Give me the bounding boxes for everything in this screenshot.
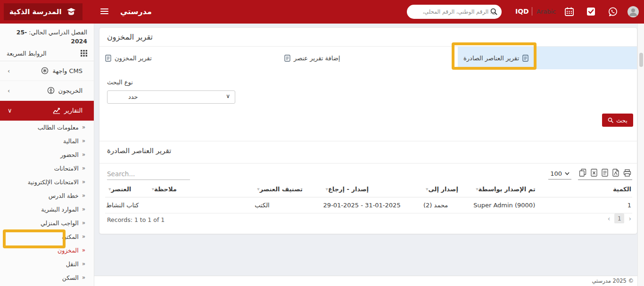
document-icon: [284, 55, 290, 62]
angle-double-icon: »: [82, 206, 85, 212]
chevron-down-icon: ∨: [226, 93, 230, 99]
sidebar-item-transport[interactable]: »النقل: [0, 257, 94, 271]
avatar[interactable]: [627, 6, 639, 17]
chevron-down-icon: ∨: [8, 107, 12, 114]
sidebar-item-cms[interactable]: واجهة CMS ‹: [0, 61, 94, 81]
cell-issued-by: Super Admin (9000): [472, 197, 572, 213]
report-tabs: تقرير المخزون إضافة تقرير عنصر تقرير الع…: [99, 47, 637, 69]
chevron-down-icon: [565, 172, 570, 175]
sidebar-item-library[interactable]: »المكتبة: [0, 230, 94, 244]
cell-item-category: الكتب: [254, 197, 322, 213]
page-size-select[interactable]: 100: [548, 169, 571, 180]
whatsapp-icon[interactable]: [608, 7, 618, 19]
select-value: حدد: [128, 93, 138, 100]
vertical-scrollbar[interactable]: [637, 24, 644, 286]
excel-icon[interactable]: [591, 169, 597, 177]
table-search-input[interactable]: [107, 168, 190, 180]
graduates-icon: [47, 87, 55, 94]
page-title: تقرير المخزون: [107, 33, 153, 41]
sidebar-item-homework[interactable]: »الواجب المنزلي: [0, 216, 94, 230]
sidebar-item-online-exams[interactable]: »الامتحانات الإلكترونية: [0, 175, 94, 189]
copyright-text: © 2025 مدرستي: [592, 278, 634, 284]
pdf-icon[interactable]: [612, 169, 619, 177]
angle-double-icon: »: [82, 220, 85, 226]
scrollbar-thumb[interactable]: [639, 53, 643, 67]
csv-icon[interactable]: [602, 169, 608, 177]
app-title: مدرستي: [120, 7, 152, 16]
sidebar-item-reports[interactable]: التقارير ∨: [0, 101, 94, 121]
table-row[interactable]: كتاب النشاط الكتب 29-01-2025 - 31-01-202…: [105, 197, 632, 213]
inventory-report-card: تقرير المخزون تقرير المخزون إضافة تقرير …: [99, 27, 637, 234]
page-number[interactable]: 1: [614, 213, 624, 223]
column-header-issued-to[interactable]: إصدار إلى▼: [422, 181, 472, 197]
sidebar-item-hr[interactable]: »الموارد البشرية: [0, 203, 94, 216]
angle-double-icon: »: [82, 138, 85, 144]
column-header-note[interactable]: ملاحظة▼: [149, 181, 254, 197]
pagination: ‹ 1 ›: [608, 213, 631, 223]
cell-item: كتاب النشاط: [105, 197, 149, 213]
sidebar-item-alumni[interactable]: الخريجون ‹: [0, 81, 94, 101]
current-term-label: الفصل الدراسي الحالي:: [29, 29, 87, 36]
sidebar: الفصل الدراسي الحالي: 25-2024 الروابط ال…: [0, 24, 94, 286]
sidebar-item-finance[interactable]: »المالية: [0, 134, 94, 148]
angle-double-icon: »: [82, 234, 85, 239]
prev-page-icon[interactable]: ‹: [608, 215, 611, 222]
column-header-issue-return[interactable]: إصدار - إرجاع▼: [322, 181, 422, 197]
column-header-quantity: الكمية: [573, 181, 632, 197]
cms-icon: [41, 67, 49, 74]
angle-double-icon: »: [82, 193, 85, 198]
search-icon[interactable]: [490, 8, 497, 17]
logo-text: المدرسة الذكية: [9, 8, 62, 16]
sidebar-item-hostel[interactable]: »السكن: [0, 271, 94, 285]
issued-items-section-title: تقرير العناصر الصادرة: [107, 147, 171, 155]
angle-double-icon: »: [82, 275, 85, 280]
header-divider: [532, 7, 532, 16]
app-logo[interactable]: المدرسة الذكية: [4, 3, 83, 20]
currency-selector[interactable]: IQD: [515, 8, 529, 15]
chevron-left-icon: ‹: [8, 67, 10, 74]
tasks-icon[interactable]: [586, 7, 596, 18]
print-icon[interactable]: [623, 169, 631, 177]
divider: [99, 141, 637, 141]
sidebar-item-student-info[interactable]: »معلومات الطالب: [0, 121, 94, 134]
chevron-left-icon: ‹: [8, 87, 10, 94]
sidebar-item-inventory[interactable]: »المخزون: [0, 244, 94, 257]
search-icon: [608, 117, 613, 123]
reports-icon: [53, 107, 60, 114]
table-header-row: العنصر▼ ملاحظة▼ تصنيف العنصر▼ إصدار - إر…: [105, 181, 632, 197]
menu-toggle-icon[interactable]: [100, 8, 108, 15]
sidebar-term-block: الفصل الدراسي الحالي: 25-2024 الروابط ال…: [0, 24, 94, 61]
search-type-select[interactable]: حدد ∨: [107, 90, 235, 104]
top-header: المدرسة الذكية مدرستي IQD Arabic: [0, 0, 644, 24]
current-term: الفصل الدراسي الحالي: 25-2024: [7, 28, 87, 46]
angle-double-icon: »: [82, 247, 85, 253]
sidebar-item-attendance[interactable]: »الحضور: [0, 148, 94, 162]
calendar-icon[interactable]: [564, 7, 574, 18]
angle-double-icon: »: [82, 165, 85, 171]
divider: [99, 163, 637, 163]
sidebar-item-alumni-report[interactable]: »الخريجون: [0, 285, 94, 286]
header-search-input[interactable]: [407, 5, 502, 19]
angle-double-icon: »: [82, 124, 85, 130]
quick-links[interactable]: الروابط السريعة: [7, 50, 87, 57]
search-button[interactable]: بحث: [602, 114, 633, 127]
cell-issue-return: 29-01-2025 - 31-01-2025: [322, 197, 422, 213]
search-type-label: نوع البحث: [107, 79, 133, 86]
tab-add-item-report[interactable]: إضافة تقرير عنصر: [279, 47, 458, 69]
export-toolbar: [578, 168, 632, 180]
sidebar-item-exams[interactable]: »الامتحانات: [0, 162, 94, 175]
column-header-item-category[interactable]: تصنيف العنصر▼: [254, 181, 322, 197]
language-selector[interactable]: Arabic: [537, 8, 556, 15]
sidebar-item-lesson-plan[interactable]: »خطة الدرس: [0, 189, 94, 203]
cell-note: [149, 197, 254, 213]
tab-inventory-report[interactable]: تقرير المخزون: [99, 47, 279, 69]
column-header-item[interactable]: العنصر▼: [105, 181, 149, 197]
column-header-issued-by[interactable]: تم الإصدار بواسطة▼: [472, 181, 572, 197]
tab-issued-items-report[interactable]: تقرير العناصر الصادرة: [458, 47, 637, 69]
grid-icon: [81, 50, 87, 57]
sidebar-item-label: التقارير: [64, 107, 83, 114]
next-page-icon[interactable]: ›: [628, 215, 631, 222]
sidebar-item-label: واجهة CMS: [52, 67, 83, 74]
copy-icon[interactable]: [579, 169, 586, 177]
angle-double-icon: »: [82, 261, 85, 267]
